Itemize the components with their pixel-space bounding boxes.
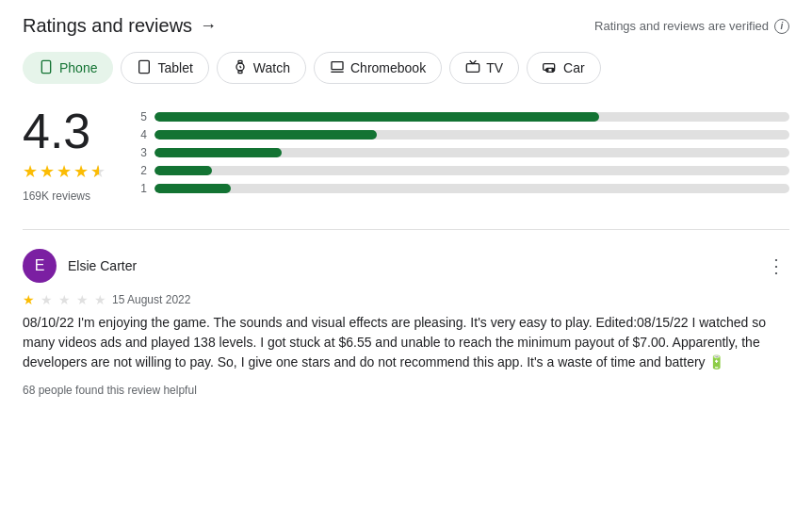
review-date: 15 August 2022: [112, 293, 190, 306]
chip-chromebook[interactable]: Chromebook: [314, 52, 442, 84]
star-2: ★: [40, 161, 55, 182]
star-5-half: ★: [90, 161, 106, 182]
star-1: ★: [23, 161, 38, 182]
bar-row-4: 4: [139, 128, 789, 141]
bar-track-1: [154, 184, 789, 193]
chromebook-label: Chromebook: [350, 60, 426, 75]
bar-track-4: [154, 130, 789, 140]
rating-stars: ★ ★ ★ ★ ★: [23, 161, 106, 182]
watch-label: Watch: [253, 60, 290, 75]
review-star-5: ★: [94, 292, 106, 307]
page-title: Ratings and reviews: [23, 15, 192, 37]
tablet-label: Tablet: [157, 60, 192, 75]
bar-track-2: [154, 166, 789, 175]
bar-label-1: 1: [139, 182, 147, 195]
bar-fill-1: [154, 184, 231, 193]
tv-icon: [465, 59, 480, 76]
review-star-4: ★: [76, 292, 89, 307]
reviewer-name: Elsie Carter: [68, 258, 137, 273]
ratings-header: Ratings and reviews → Ratings and review…: [23, 15, 789, 37]
bar-row-5: 5: [139, 110, 789, 123]
rating-number: 4.3: [23, 107, 90, 156]
bar-fill-4: [154, 130, 377, 140]
header-right: Ratings and reviews are verified i: [594, 19, 789, 34]
rating-summary: 4.3 ★ ★ ★ ★ ★ 169K reviews: [23, 107, 117, 203]
reviewer-info: E Elsie Carter: [23, 249, 137, 283]
reviewer-header: E Elsie Carter ⋮: [23, 249, 789, 283]
phone-icon: [39, 59, 54, 76]
tablet-icon: [137, 59, 152, 76]
bar-fill-2: [154, 166, 212, 175]
bar-label-5: 5: [139, 110, 147, 123]
svg-rect-2: [139, 60, 150, 73]
review-card: E Elsie Carter ⋮ ★ ★ ★ ★ ★ 15 August 202…: [23, 229, 789, 397]
tv-label: TV: [486, 60, 503, 75]
review-star-2: ★: [41, 292, 53, 307]
header-arrow-icon[interactable]: →: [200, 16, 217, 36]
bar-row-2: 2: [139, 164, 789, 177]
review-stars-row: ★ ★ ★ ★ ★ 15 August 2022: [23, 292, 789, 307]
review-star-3: ★: [58, 292, 71, 307]
chip-watch[interactable]: Watch: [217, 52, 306, 84]
chip-tablet[interactable]: Tablet: [121, 52, 208, 84]
svg-rect-0: [41, 60, 50, 73]
helpful-text: 68 people found this review helpful: [23, 384, 789, 397]
header-left: Ratings and reviews →: [23, 15, 217, 37]
bar-track-5: [154, 112, 789, 122]
chip-phone[interactable]: Phone: [23, 52, 113, 84]
review-text: 08/10/22 I'm enjoying the game. The soun…: [23, 313, 789, 372]
svg-rect-7: [332, 62, 343, 70]
review-count: 169K reviews: [23, 189, 90, 203]
bar-label-3: 3: [139, 146, 147, 159]
chip-car[interactable]: Car: [527, 52, 601, 84]
bar-track-3: [154, 148, 789, 157]
bar-fill-5: [154, 112, 599, 122]
avatar: E: [23, 249, 57, 283]
phone-label: Phone: [59, 60, 97, 75]
car-label: Car: [563, 60, 585, 75]
star-4: ★: [73, 161, 89, 182]
bar-fill-3: [154, 148, 282, 157]
bar-row-3: 3: [139, 146, 789, 159]
chip-tv[interactable]: TV: [449, 52, 519, 84]
chromebook-icon: [330, 59, 345, 76]
star-3: ★: [57, 161, 72, 182]
review-star-1: ★: [23, 292, 35, 307]
filter-chips: Phone Tablet Watch Chromebook TV Car: [23, 52, 789, 84]
ratings-section: 4.3 ★ ★ ★ ★ ★ 169K reviews 5 4 3: [23, 107, 789, 203]
rating-bars: 5 4 3 2 1: [139, 107, 789, 195]
info-icon[interactable]: i: [774, 19, 789, 34]
svg-rect-9: [466, 64, 479, 73]
bar-label-4: 4: [139, 128, 147, 141]
svg-rect-6: [238, 71, 242, 74]
more-options-icon[interactable]: ⋮: [763, 251, 789, 281]
svg-rect-5: [238, 60, 242, 63]
bar-row-1: 1: [139, 182, 789, 195]
bar-label-2: 2: [139, 164, 147, 177]
watch-icon: [233, 59, 248, 76]
verified-text: Ratings and reviews are verified: [594, 19, 769, 33]
car-icon: [543, 59, 558, 76]
